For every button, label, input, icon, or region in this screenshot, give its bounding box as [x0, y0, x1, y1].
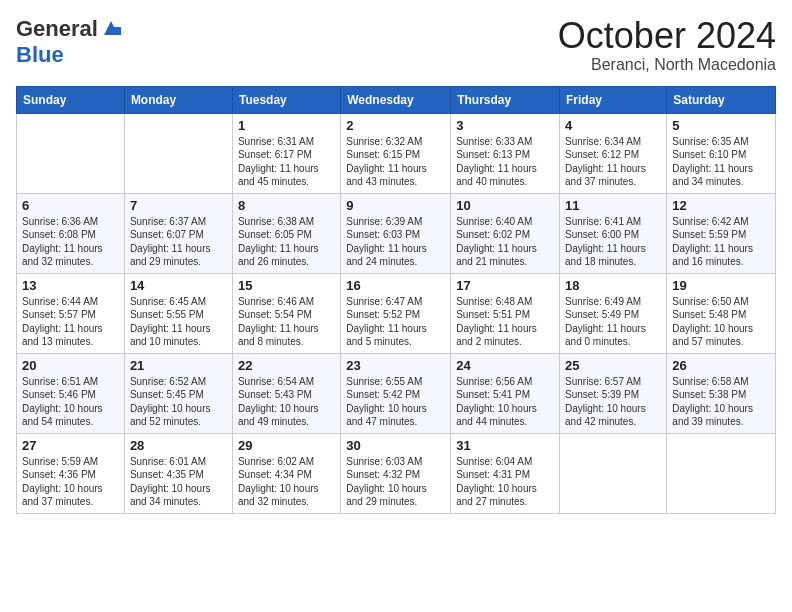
day-number: 15 [238, 278, 335, 293]
day-number: 30 [346, 438, 445, 453]
day-info: Sunrise: 6:31 AM Sunset: 6:17 PM Dayligh… [238, 135, 335, 189]
day-number: 9 [346, 198, 445, 213]
day-number: 24 [456, 358, 554, 373]
calendar-cell: 23Sunrise: 6:55 AM Sunset: 5:42 PM Dayli… [341, 353, 451, 433]
day-info: Sunrise: 6:45 AM Sunset: 5:55 PM Dayligh… [130, 295, 227, 349]
calendar-cell [124, 113, 232, 193]
logo-blue-text: Blue [16, 42, 64, 67]
day-number: 29 [238, 438, 335, 453]
calendar-cell: 1Sunrise: 6:31 AM Sunset: 6:17 PM Daylig… [232, 113, 340, 193]
day-info: Sunrise: 6:44 AM Sunset: 5:57 PM Dayligh… [22, 295, 119, 349]
calendar-cell: 26Sunrise: 6:58 AM Sunset: 5:38 PM Dayli… [667, 353, 776, 433]
day-number: 21 [130, 358, 227, 373]
day-info: Sunrise: 5:59 AM Sunset: 4:36 PM Dayligh… [22, 455, 119, 509]
calendar-cell: 3Sunrise: 6:33 AM Sunset: 6:13 PM Daylig… [451, 113, 560, 193]
calendar-cell: 30Sunrise: 6:03 AM Sunset: 4:32 PM Dayli… [341, 433, 451, 513]
day-info: Sunrise: 6:37 AM Sunset: 6:07 PM Dayligh… [130, 215, 227, 269]
calendar-cell: 16Sunrise: 6:47 AM Sunset: 5:52 PM Dayli… [341, 273, 451, 353]
calendar-header-row: SundayMondayTuesdayWednesdayThursdayFrid… [17, 86, 776, 113]
day-info: Sunrise: 6:46 AM Sunset: 5:54 PM Dayligh… [238, 295, 335, 349]
day-info: Sunrise: 6:38 AM Sunset: 6:05 PM Dayligh… [238, 215, 335, 269]
day-info: Sunrise: 6:50 AM Sunset: 5:48 PM Dayligh… [672, 295, 770, 349]
logo-icon [100, 17, 122, 39]
calendar-cell: 8Sunrise: 6:38 AM Sunset: 6:05 PM Daylig… [232, 193, 340, 273]
day-number: 14 [130, 278, 227, 293]
day-number: 6 [22, 198, 119, 213]
day-info: Sunrise: 6:04 AM Sunset: 4:31 PM Dayligh… [456, 455, 554, 509]
day-number: 31 [456, 438, 554, 453]
calendar-cell: 5Sunrise: 6:35 AM Sunset: 6:10 PM Daylig… [667, 113, 776, 193]
day-number: 20 [22, 358, 119, 373]
calendar-cell: 12Sunrise: 6:42 AM Sunset: 5:59 PM Dayli… [667, 193, 776, 273]
calendar-cell: 10Sunrise: 6:40 AM Sunset: 6:02 PM Dayli… [451, 193, 560, 273]
calendar-cell: 11Sunrise: 6:41 AM Sunset: 6:00 PM Dayli… [560, 193, 667, 273]
day-info: Sunrise: 6:02 AM Sunset: 4:34 PM Dayligh… [238, 455, 335, 509]
calendar-cell: 19Sunrise: 6:50 AM Sunset: 5:48 PM Dayli… [667, 273, 776, 353]
day-info: Sunrise: 6:48 AM Sunset: 5:51 PM Dayligh… [456, 295, 554, 349]
calendar-cell: 29Sunrise: 6:02 AM Sunset: 4:34 PM Dayli… [232, 433, 340, 513]
day-info: Sunrise: 6:40 AM Sunset: 6:02 PM Dayligh… [456, 215, 554, 269]
day-info: Sunrise: 6:58 AM Sunset: 5:38 PM Dayligh… [672, 375, 770, 429]
day-number: 12 [672, 198, 770, 213]
day-info: Sunrise: 6:57 AM Sunset: 5:39 PM Dayligh… [565, 375, 661, 429]
page-header: General Blue October 2024 Beranci, North… [16, 16, 776, 74]
day-info: Sunrise: 6:42 AM Sunset: 5:59 PM Dayligh… [672, 215, 770, 269]
calendar-cell: 13Sunrise: 6:44 AM Sunset: 5:57 PM Dayli… [17, 273, 125, 353]
calendar-cell: 14Sunrise: 6:45 AM Sunset: 5:55 PM Dayli… [124, 273, 232, 353]
calendar-cell: 9Sunrise: 6:39 AM Sunset: 6:03 PM Daylig… [341, 193, 451, 273]
calendar-cell: 17Sunrise: 6:48 AM Sunset: 5:51 PM Dayli… [451, 273, 560, 353]
calendar-week-row: 27Sunrise: 5:59 AM Sunset: 4:36 PM Dayli… [17, 433, 776, 513]
calendar-week-row: 6Sunrise: 6:36 AM Sunset: 6:08 PM Daylig… [17, 193, 776, 273]
day-info: Sunrise: 6:39 AM Sunset: 6:03 PM Dayligh… [346, 215, 445, 269]
day-of-week-header: Monday [124, 86, 232, 113]
day-number: 19 [672, 278, 770, 293]
day-info: Sunrise: 6:47 AM Sunset: 5:52 PM Dayligh… [346, 295, 445, 349]
day-of-week-header: Wednesday [341, 86, 451, 113]
day-number: 27 [22, 438, 119, 453]
day-number: 7 [130, 198, 227, 213]
day-number: 22 [238, 358, 335, 373]
day-info: Sunrise: 6:35 AM Sunset: 6:10 PM Dayligh… [672, 135, 770, 189]
day-of-week-header: Tuesday [232, 86, 340, 113]
day-number: 26 [672, 358, 770, 373]
day-info: Sunrise: 6:32 AM Sunset: 6:15 PM Dayligh… [346, 135, 445, 189]
calendar-cell [17, 113, 125, 193]
calendar-week-row: 20Sunrise: 6:51 AM Sunset: 5:46 PM Dayli… [17, 353, 776, 433]
calendar-cell: 20Sunrise: 6:51 AM Sunset: 5:46 PM Dayli… [17, 353, 125, 433]
calendar-cell: 31Sunrise: 6:04 AM Sunset: 4:31 PM Dayli… [451, 433, 560, 513]
title-area: October 2024 Beranci, North Macedonia [558, 16, 776, 74]
day-of-week-header: Friday [560, 86, 667, 113]
calendar-cell: 18Sunrise: 6:49 AM Sunset: 5:49 PM Dayli… [560, 273, 667, 353]
day-number: 1 [238, 118, 335, 133]
day-info: Sunrise: 6:34 AM Sunset: 6:12 PM Dayligh… [565, 135, 661, 189]
day-number: 8 [238, 198, 335, 213]
calendar-week-row: 1Sunrise: 6:31 AM Sunset: 6:17 PM Daylig… [17, 113, 776, 193]
calendar-cell: 22Sunrise: 6:54 AM Sunset: 5:43 PM Dayli… [232, 353, 340, 433]
day-of-week-header: Saturday [667, 86, 776, 113]
day-number: 2 [346, 118, 445, 133]
day-of-week-header: Thursday [451, 86, 560, 113]
day-of-week-header: Sunday [17, 86, 125, 113]
logo: General Blue [16, 16, 122, 68]
calendar-cell: 24Sunrise: 6:56 AM Sunset: 5:41 PM Dayli… [451, 353, 560, 433]
day-number: 25 [565, 358, 661, 373]
calendar-week-row: 13Sunrise: 6:44 AM Sunset: 5:57 PM Dayli… [17, 273, 776, 353]
calendar-cell [667, 433, 776, 513]
day-info: Sunrise: 6:51 AM Sunset: 5:46 PM Dayligh… [22, 375, 119, 429]
day-number: 17 [456, 278, 554, 293]
calendar-cell: 2Sunrise: 6:32 AM Sunset: 6:15 PM Daylig… [341, 113, 451, 193]
day-number: 28 [130, 438, 227, 453]
day-number: 11 [565, 198, 661, 213]
location-title: Beranci, North Macedonia [558, 56, 776, 74]
calendar-cell: 7Sunrise: 6:37 AM Sunset: 6:07 PM Daylig… [124, 193, 232, 273]
day-number: 5 [672, 118, 770, 133]
day-number: 23 [346, 358, 445, 373]
calendar-cell: 28Sunrise: 6:01 AM Sunset: 4:35 PM Dayli… [124, 433, 232, 513]
day-info: Sunrise: 6:55 AM Sunset: 5:42 PM Dayligh… [346, 375, 445, 429]
day-info: Sunrise: 6:36 AM Sunset: 6:08 PM Dayligh… [22, 215, 119, 269]
day-number: 4 [565, 118, 661, 133]
day-number: 16 [346, 278, 445, 293]
day-info: Sunrise: 6:03 AM Sunset: 4:32 PM Dayligh… [346, 455, 445, 509]
day-number: 10 [456, 198, 554, 213]
calendar-cell: 15Sunrise: 6:46 AM Sunset: 5:54 PM Dayli… [232, 273, 340, 353]
